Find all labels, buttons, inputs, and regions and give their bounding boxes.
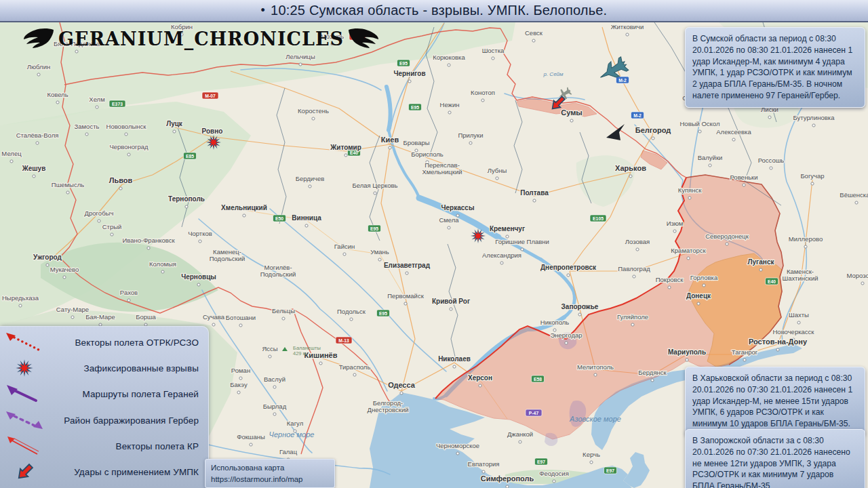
svg-text:Е95: Е95 (399, 61, 408, 66)
svg-text:Симферополь: Симферополь (481, 474, 534, 483)
headline-bullet: • (261, 3, 266, 18)
svg-text:Нововолынск: Нововолынск (106, 123, 147, 130)
svg-text:429 м: 429 м (293, 350, 307, 357)
svg-text:Житомир: Житомир (330, 144, 361, 151)
report-zaporozhye: В Запорожской области за с 08:30 20.01.2… (685, 429, 865, 488)
svg-text:Мукачево: Мукачево (50, 266, 79, 273)
road-badge: Е97 (604, 467, 617, 474)
svg-text:Ныредьхаза: Ныредьхаза (2, 294, 39, 302)
wing-left-icon (23, 27, 54, 50)
legend-row-otrk: Векторы полета ОТРК/РСЗО (0, 330, 208, 354)
svg-text:Коломыя: Коломыя (149, 260, 176, 268)
road-badge: Е95 (409, 104, 422, 110)
legend-label: Район барражирования Гербер (49, 415, 208, 426)
svg-text:Коростень: Коростень (298, 107, 329, 115)
svg-text:Гайсин: Гайсин (334, 243, 355, 250)
svg-text:Бровары: Бровары (403, 139, 429, 146)
svg-text:Белая Церковь: Белая Церковь (353, 182, 398, 189)
svg-text:Новый Оскол: Новый Оскол (680, 120, 720, 127)
svg-text:Миллерово: Миллерово (789, 235, 823, 243)
explosion-icon (0, 358, 49, 378)
svg-text:Керчь: Керчь (583, 451, 600, 458)
svg-text:Лубны: Лубны (488, 167, 507, 174)
svg-text:Лозовая: Лозовая (625, 238, 650, 245)
svg-text:Вёшенская: Вёшенская (840, 191, 868, 199)
svg-text:Винница: Винница (292, 214, 321, 222)
gerber-loiter-area-icon (0, 410, 49, 430)
kr-vector-icon (0, 436, 49, 456)
svg-text:Кагул: Кагул (287, 420, 303, 427)
svg-text:Александрия: Александрия (482, 251, 521, 259)
svg-text:Бакэу: Бакэу (230, 381, 248, 388)
svg-text:Ровно: Ровно (202, 127, 223, 135)
svg-text:Е105: Е105 (593, 216, 604, 221)
svg-text:Ковель: Ковель (47, 91, 68, 98)
svg-text:М-13: М-13 (338, 338, 349, 343)
svg-text:Чернигов: Чернигов (393, 70, 425, 77)
svg-text:Изюм: Изюм (667, 220, 684, 227)
svg-text:Черновцы: Черновцы (181, 273, 216, 281)
svg-text:Днепропетровск: Днепропетровск (540, 264, 597, 271)
svg-text:Конотоп: Конотоп (471, 89, 495, 96)
svg-text:Феодосия: Феодосия (539, 470, 569, 477)
svg-text:Е95: Е95 (411, 105, 419, 110)
svg-text:Лельчицы: Лельчицы (285, 53, 315, 60)
svg-text:Никополь: Никополь (540, 319, 569, 326)
city-label: Каменск-Шахтинский (782, 268, 818, 282)
svg-text:Е50: Е50 (275, 216, 283, 221)
legend-row-kr: Векторы полета КР (0, 434, 208, 458)
svg-text:Горишние Плавни: Горишние Плавни (495, 238, 549, 245)
svg-text:Северодонецк: Северодонецк (705, 232, 749, 240)
svg-text:Переяслав-Хмельницкий: Переяслав-Хмельницкий (422, 161, 462, 176)
svg-text:Е373: Е373 (112, 102, 123, 106)
svg-text:Купянск: Купянск (678, 186, 703, 194)
road-badge: Е40 (766, 278, 778, 285)
svg-text:Червоноград: Червоноград (109, 143, 149, 150)
svg-text:Е40: Е40 (768, 279, 776, 284)
svg-text:Морозовск: Морозовск (846, 272, 868, 279)
headline-text: 10:25 Сумская область - взрывы. УМПК. Бе… (271, 3, 607, 18)
legend-label: Маршруты полета Гераней (49, 389, 208, 399)
svg-text:Ивано-Франковск: Ивано-Франковск (122, 237, 175, 244)
svg-text:Галац: Галац (279, 448, 298, 455)
road-badge: М-2 (631, 112, 644, 119)
svg-text:Е97: Е97 (537, 460, 545, 464)
svg-text:Хмельницкий: Хмельницкий (221, 204, 267, 211)
road-badge: Е95 (368, 225, 381, 232)
svg-text:Шостка: Шостка (482, 47, 505, 54)
svg-text:Бердянск: Бердянск (638, 369, 667, 376)
road-badge: Е105 (590, 215, 606, 222)
svg-text:Е97: Е97 (606, 468, 614, 473)
map-attribution: Использована карта https://lostarmour.in… (205, 459, 335, 488)
svg-text:Прилуки: Прилуки (458, 131, 483, 139)
svg-text:Могилёв-Подольский: Могилёв-Подольский (260, 264, 296, 278)
road-badge: М-2 (616, 77, 629, 83)
water-label: Черное море (269, 430, 315, 439)
svg-text:Бая-Маре: Бая-Маре (85, 313, 115, 321)
svg-text:Евпатория: Евпатория (468, 460, 500, 468)
legend-row-umpk: Удары с применением УМПК (0, 460, 208, 485)
report-kharkiv: В Харьковской области за период с 08:30 … (685, 367, 865, 436)
svg-text:Борша: Борша (136, 313, 156, 321)
svg-text:Мелец: Мелец (1, 150, 22, 157)
svg-text:Нежин: Нежин (440, 101, 460, 108)
svg-text:Черкассы: Черкассы (441, 204, 475, 211)
svg-text:Мелитополь: Мелитополь (577, 363, 614, 371)
report-sumy: В Сумской области за период с 08:30 20.0… (685, 27, 865, 108)
svg-text:Кременчуг: Кременчуг (490, 225, 525, 232)
svg-text:Кишинёв: Кишинёв (304, 351, 338, 359)
road-badge: Е97 (535, 458, 548, 465)
svg-text:Таганрог: Таганрог (732, 348, 758, 356)
svg-text:Сучава: Сучава (203, 313, 225, 321)
svg-text:Е58: Е58 (534, 377, 542, 382)
svg-text:Сату-Маре: Сату-Маре (56, 306, 89, 313)
road-badge: Е95 (397, 60, 410, 66)
svg-text:Кривой Рог: Кривой Рог (432, 298, 470, 305)
legend-row-geran: Маршруты полета Гераней (0, 382, 208, 407)
svg-text:Р-47: Р-47 (529, 411, 539, 415)
svg-text:Тернополь: Тернополь (168, 195, 205, 203)
svg-text:М-07: М-07 (205, 94, 216, 98)
svg-text:Дрогобыч: Дрогобыч (85, 209, 114, 217)
svg-text:Павлоград: Павлоград (618, 265, 650, 272)
svg-text:Богучар: Богучар (800, 172, 824, 180)
